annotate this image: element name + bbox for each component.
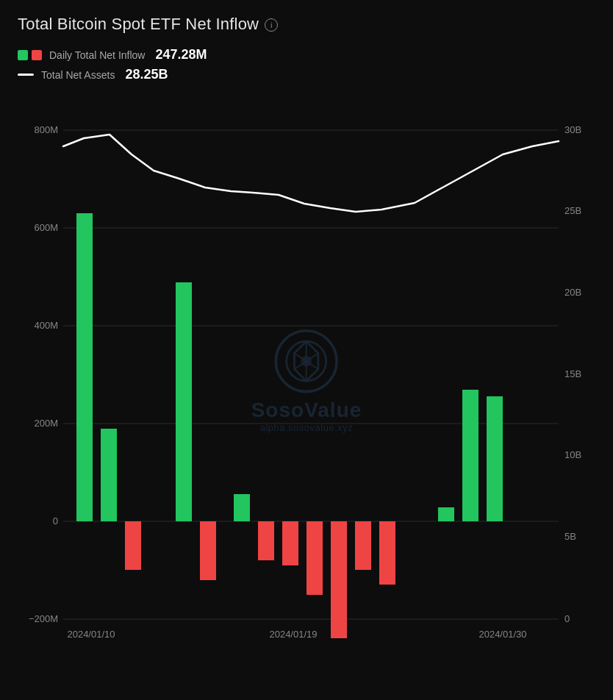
bar-10 <box>306 521 323 595</box>
daily-inflow-value: 247.28M <box>155 47 207 63</box>
chart-area: SosoValue alpha.sosovalue.xyz 800M 600M <box>18 97 595 685</box>
total-assets-label: Total Net Assets <box>41 69 115 81</box>
svg-text:15B: 15B <box>564 368 581 379</box>
assets-line <box>63 135 559 212</box>
bar-9 <box>282 521 298 565</box>
legend-row-daily: Daily Total Net Inflow 247.28M <box>18 47 595 63</box>
svg-text:800M: 800M <box>34 124 58 135</box>
svg-text:400M: 400M <box>34 320 58 331</box>
svg-text:10B: 10B <box>564 449 581 460</box>
bar-16 <box>487 396 503 521</box>
svg-text:0: 0 <box>53 515 58 526</box>
svg-text:−200M: −200M <box>29 613 58 624</box>
svg-text:25B: 25B <box>564 205 581 216</box>
svg-text:20B: 20B <box>564 287 581 298</box>
svg-text:30B: 30B <box>564 124 581 135</box>
legend-green-box <box>18 50 28 60</box>
legend-row-assets: Total Net Assets 28.25B <box>18 67 595 82</box>
legend-red-box <box>32 50 42 60</box>
bar-3 <box>125 521 141 570</box>
svg-text:5B: 5B <box>564 531 576 542</box>
svg-text:2024/01/10: 2024/01/10 <box>67 629 115 640</box>
bar-8 <box>258 521 274 560</box>
bar-6 <box>200 521 216 580</box>
svg-text:2024/01/19: 2024/01/19 <box>269 629 317 640</box>
total-assets-value: 28.25B <box>125 67 168 82</box>
title-row: Total Bitcoin Spot ETF Net Inflow i <box>18 15 595 34</box>
bar-1 <box>76 213 93 521</box>
daily-inflow-label: Daily Total Net Inflow <box>49 49 145 61</box>
bar-11 <box>331 521 347 638</box>
legend-line <box>18 74 34 76</box>
bar-7 <box>234 494 250 521</box>
chart-svg: 800M 600M 400M 200M 0 −200M 30B 25B 20B … <box>18 97 595 685</box>
bar-14 <box>438 507 454 521</box>
bar-15 <box>462 390 478 521</box>
svg-text:0: 0 <box>564 613 570 624</box>
info-icon[interactable]: i <box>265 18 278 32</box>
svg-text:600M: 600M <box>34 222 58 233</box>
bar-13 <box>379 521 395 585</box>
svg-text:200M: 200M <box>34 418 58 429</box>
svg-text:2024/01/30: 2024/01/30 <box>478 629 526 640</box>
bar-5 <box>176 282 192 521</box>
bar-2 <box>101 429 117 521</box>
main-container: Total Bitcoin Spot ETF Net Inflow i Dail… <box>0 0 613 700</box>
bar-12 <box>355 521 371 570</box>
legend: Daily Total Net Inflow 247.28M Total Net… <box>18 47 595 82</box>
page-title: Total Bitcoin Spot ETF Net Inflow <box>18 15 259 34</box>
